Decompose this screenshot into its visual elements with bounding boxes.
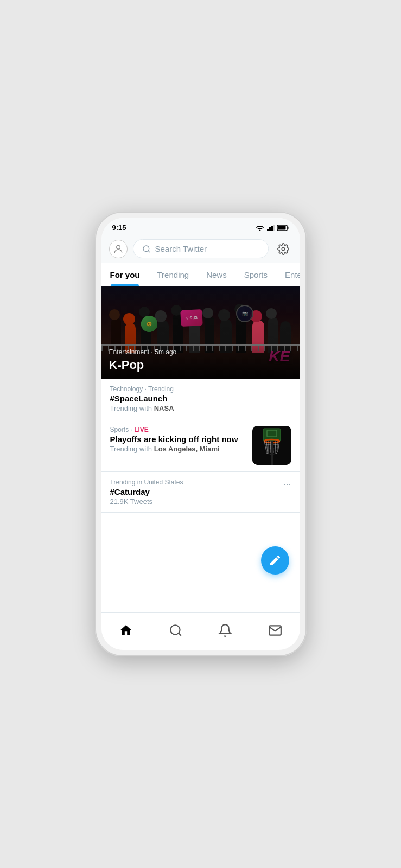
search-icon (142, 245, 151, 253)
svg-point-24 (170, 625, 180, 634)
live-badge: LIVE (134, 426, 149, 433)
hero-card[interactable]: 😊 아이즈 📷 KE En (101, 286, 300, 379)
phone-screen: 9:15 (101, 218, 300, 650)
svg-rect-5 (287, 226, 288, 229)
trend-sub-playoffs: Trending with Los Angeles, Miami (110, 445, 246, 453)
tab-trending[interactable]: Trending (149, 263, 198, 286)
trend-category-playoffs: Sports · LIVE (110, 426, 246, 433)
trend-title-space: #SpaceLaunch (110, 394, 291, 403)
status-icons (256, 225, 289, 231)
trend-sub-prefix-playoffs: Trending with (110, 445, 152, 453)
settings-button[interactable] (274, 240, 292, 258)
trend-title-playoffs: Playoffs are kicking off right now (110, 435, 246, 444)
search-area: Search Twitter (101, 235, 300, 263)
mail-icon (268, 623, 282, 637)
tabs-row: For you Trending News Sports Entertainme… (101, 263, 300, 286)
compose-tweet-icon (269, 554, 282, 567)
tab-for-you[interactable]: For you (101, 263, 149, 286)
scroll-content: 😊 아이즈 📷 KE En (101, 286, 300, 612)
search-bar[interactable]: Search Twitter (133, 239, 269, 258)
settings-icon (277, 243, 289, 255)
tab-sports[interactable]: Sports (235, 263, 276, 286)
svg-rect-6 (278, 226, 285, 229)
trend-sub-bold-space: NASA (154, 404, 174, 412)
basketball-hoop-image (252, 426, 291, 465)
svg-point-8 (143, 246, 149, 252)
trend-title-caturday: #Caturday (110, 487, 291, 496)
svg-rect-2 (271, 226, 273, 231)
svg-rect-0 (267, 229, 269, 231)
status-time: 9:15 (112, 224, 126, 232)
svg-point-7 (116, 245, 120, 249)
trend-sub-prefix-space: Trending with (110, 404, 152, 412)
nav-search-button[interactable] (164, 618, 188, 642)
search-placeholder: Search Twitter (155, 244, 207, 253)
trend-item-space-launch[interactable]: Technology · Trending #SpaceLaunch Trend… (101, 379, 300, 419)
person-icon (113, 244, 124, 254)
hero-title: K-Pop (109, 358, 292, 372)
trend-category-caturday: Trending in United States (110, 478, 291, 486)
home-icon (119, 623, 133, 637)
hero-overlay: Entertainment · 5m ago K-Pop (101, 342, 300, 379)
trend-more-button[interactable]: ··· (283, 478, 291, 490)
trend-category-space: Technology · Trending (110, 385, 291, 393)
nav-notifications-button[interactable] (213, 618, 237, 642)
trend-count-caturday: 21.9K Tweets (110, 497, 291, 506)
battery-icon (277, 225, 289, 231)
svg-rect-3 (273, 225, 275, 231)
nav-messages-button[interactable] (263, 618, 287, 642)
status-bar: 9:15 (101, 218, 300, 235)
phone-frame: 9:15 (95, 212, 307, 656)
svg-rect-1 (269, 227, 271, 231)
tab-entertainment[interactable]: Entertainment (276, 263, 300, 286)
hero-category: Entertainment · 5m ago (109, 348, 292, 356)
trend-content-space: Technology · Trending #SpaceLaunch Trend… (110, 385, 291, 412)
svg-line-25 (179, 633, 181, 636)
bell-icon (218, 623, 232, 637)
nav-search-icon (169, 623, 183, 637)
trend-sub-space: Trending with NASA (110, 404, 291, 412)
svg-rect-23 (271, 441, 273, 465)
trend-thumb-playoffs (252, 426, 291, 465)
avatar-button[interactable] (109, 240, 128, 258)
svg-point-10 (282, 247, 285, 251)
trend-sub-bold-playoffs: Los Angeles, Miami (154, 445, 220, 453)
signal-icon (267, 225, 275, 231)
tab-news[interactable]: News (198, 263, 235, 286)
trend-item-caturday[interactable]: ··· Trending in United States #Caturday … (101, 472, 300, 513)
bottom-nav (101, 612, 300, 650)
trend-item-playoffs[interactable]: Sports · LIVE Playoffs are kicking off r… (101, 419, 300, 472)
wifi-icon (256, 225, 264, 231)
nav-home-button[interactable] (114, 618, 138, 642)
compose-tweet-button[interactable] (261, 546, 289, 575)
svg-line-9 (148, 251, 150, 252)
trend-content-playoffs: Sports · LIVE Playoffs are kicking off r… (110, 426, 246, 453)
